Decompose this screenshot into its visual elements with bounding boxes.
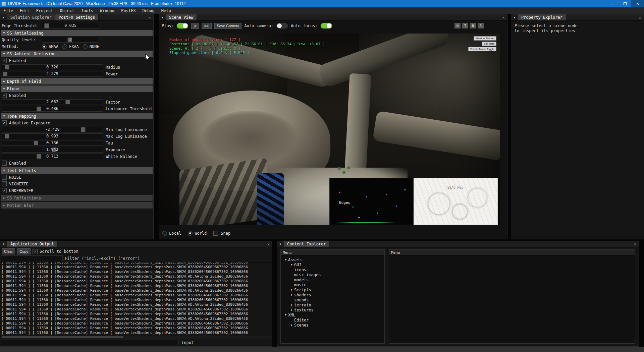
- filter-label: Filter ("incl,-excl") ("error"): [65, 256, 140, 261]
- slider-exposure[interactable]: 1.942: [2, 147, 103, 153]
- tree-item-misc-images[interactable]: misc_images: [282, 272, 383, 277]
- tree-menu-bar[interactable]: Menu: [281, 250, 384, 255]
- menu-item-debug[interactable]: Debug: [139, 7, 158, 14]
- slider-radius[interactable]: 0.320: [2, 64, 103, 70]
- slider-edge-threshold[interactable]: 0.035: [42, 23, 99, 28]
- section-header-test-effects[interactable]: ▼Test Effects: [1, 167, 153, 174]
- collapse-icon[interactable]: [0, 14, 7, 20]
- tree-item-scenes[interactable]: ▶Scenes: [282, 322, 383, 328]
- slider-quality-level[interactable]: 2: [42, 37, 99, 43]
- checkbox-vignette[interactable]: [2, 181, 7, 186]
- gizmo-button-s[interactable]: S: [478, 23, 484, 28]
- close-icon[interactable]: ✕: [636, 14, 644, 20]
- gizmo-button-n[interactable]: N: [454, 23, 461, 28]
- log-scroll-area[interactable]: [ 00011.594 ] [ 11360 ] [ResourceCache] …: [0, 262, 272, 335]
- radio-fxaa[interactable]: [62, 44, 67, 49]
- horizontal-scrollbar[interactable]: [1, 336, 271, 339]
- snap-checkbox[interactable]: [213, 231, 218, 236]
- tree-item-icons[interactable]: icons: [282, 267, 383, 272]
- tree-item-textures[interactable]: ▶textures: [282, 307, 383, 312]
- radio-none[interactable]: [83, 44, 88, 49]
- slider-min-log-luminance[interactable]: -2.428: [2, 127, 103, 132]
- menu-item-object[interactable]: Object: [56, 7, 77, 14]
- tab-scene-view[interactable]: Scene View: [166, 14, 197, 20]
- section-header-bloom[interactable]: ▼Bloom: [1, 85, 153, 92]
- tab-postfx-settings[interactable]: PostFX Settings: [55, 14, 99, 20]
- minimize-button[interactable]: —: [606, 0, 619, 7]
- tree-item-xml[interactable]: ▼XML: [282, 312, 383, 317]
- section-header-ss-ambient-occlusion[interactable]: ▼SS Ambient Occlusion: [1, 51, 153, 57]
- tree-item-models[interactable]: models: [282, 277, 383, 282]
- menu-item-project[interactable]: Project: [33, 7, 57, 14]
- collapse-icon[interactable]: [511, 14, 518, 20]
- slider-luminance-threshold[interactable]: 0.486: [2, 106, 103, 112]
- slider-max-log-luminance[interactable]: 0.993: [2, 133, 103, 139]
- menu-item-file[interactable]: File: [0, 7, 16, 14]
- checkbox-noise[interactable]: [2, 175, 7, 180]
- preview-menu-bar[interactable]: Menu: [389, 250, 635, 255]
- debug-button-terrain-mode-toggle[interactable]: Terrain Mode Toggle: [468, 47, 496, 51]
- debug-button-shadow-reload[interactable]: Shadow Reload: [474, 36, 496, 41]
- tree-item-assets[interactable]: ▼Assets: [282, 257, 383, 262]
- section-header-ss-antialiasing[interactable]: ▼SS Antialiasing: [1, 30, 153, 36]
- tree-item-gui[interactable]: ▶GUI: [282, 262, 383, 267]
- slider-factor[interactable]: 2.062: [2, 99, 103, 105]
- close-icon[interactable]: ✕: [146, 14, 153, 20]
- checkbox-adaptive-exposure[interactable]: ✓: [2, 120, 7, 125]
- step-frame-button[interactable]: |>: [191, 23, 199, 29]
- local-radio[interactable]: [162, 231, 167, 236]
- tree-item-shaders[interactable]: ▶shaders: [282, 292, 383, 297]
- console-input[interactable]: [1, 340, 179, 345]
- menu-item-postfx[interactable]: PostFX: [118, 7, 139, 14]
- menu-item-edit[interactable]: Edit: [16, 7, 33, 14]
- fast-forward-button[interactable]: >>|: [202, 23, 212, 29]
- tab-solution-explorer[interactable]: Solution Explorer: [7, 14, 55, 20]
- close-window-button[interactable]: ✕: [631, 0, 644, 7]
- checkbox-underwater[interactable]: ✓: [2, 188, 7, 193]
- slider-white-balance[interactable]: 0.713: [2, 154, 103, 159]
- play-toggle[interactable]: [176, 23, 189, 29]
- collapse-icon[interactable]: [277, 241, 284, 247]
- filter-input[interactable]: [1, 255, 63, 261]
- menu-item-tools[interactable]: Tools: [78, 7, 97, 14]
- tree-item-music[interactable]: music: [282, 282, 383, 287]
- clear-button[interactable]: Clear: [2, 248, 15, 254]
- slider-power[interactable]: 2.379: [2, 71, 103, 77]
- tree-item-editor[interactable]: Editor: [282, 317, 383, 322]
- save-camera-button[interactable]: Save Camera: [214, 23, 241, 29]
- tree-item-sounds[interactable]: sounds: [282, 297, 383, 302]
- checkbox-enabled[interactable]: ✓: [2, 58, 7, 63]
- scroll-to-bottom-checkbox[interactable]: ✓: [33, 249, 38, 254]
- section-header-motion-blur[interactable]: ▶Motion Blur: [1, 202, 153, 209]
- gizmo-button-r[interactable]: R: [470, 23, 476, 28]
- tree-item-scripts[interactable]: ▶Scripts: [282, 287, 383, 292]
- tab-content-explorer[interactable]: Content Explorer: [284, 241, 330, 247]
- gizmo-button-t[interactable]: T: [462, 23, 468, 28]
- tree-item-terrain[interactable]: ▶terrain: [282, 302, 383, 307]
- close-icon[interactable]: ✕: [265, 241, 272, 247]
- menu-item-window[interactable]: Window: [97, 7, 118, 14]
- close-icon[interactable]: ✕: [631, 241, 639, 247]
- tab-property-explorer[interactable]: Property Explorer: [518, 14, 566, 20]
- maximize-button[interactable]: [619, 0, 631, 7]
- scrollbar-thumb[interactable]: [2, 336, 123, 338]
- menu-item-help[interactable]: Help: [158, 7, 174, 14]
- viewport-3d-scene[interactable]: Number of nodes in view: [ 127 ]Position…: [159, 34, 500, 225]
- checkbox-enabled[interactable]: ✓: [2, 93, 7, 98]
- section-header-tone-mapping[interactable]: ▼Tone Mapping: [1, 113, 153, 119]
- radio-smaa[interactable]: [42, 44, 47, 49]
- auto-focus-toggle[interactable]: [320, 23, 332, 29]
- section-header-ss-reflections[interactable]: ▶SS Reflections: [1, 195, 153, 201]
- collapse-icon[interactable]: [0, 241, 7, 247]
- auto-camera-toggle[interactable]: [276, 23, 288, 29]
- debug-button-sim-data[interactable]: Sim data: [482, 42, 496, 46]
- collapse-icon[interactable]: [159, 14, 166, 20]
- tab-application-output[interactable]: Application Output: [7, 241, 58, 247]
- section-header-depth-of-field[interactable]: ▶Depth of Field: [1, 78, 153, 84]
- slider-tau[interactable]: 0.736: [2, 140, 103, 146]
- checkbox-enabled[interactable]: [2, 161, 7, 166]
- copy-button[interactable]: Copy: [17, 248, 31, 254]
- tree-item-label: music: [294, 283, 306, 287]
- close-icon[interactable]: ✕: [500, 14, 507, 20]
- world-radio[interactable]: [188, 231, 193, 236]
